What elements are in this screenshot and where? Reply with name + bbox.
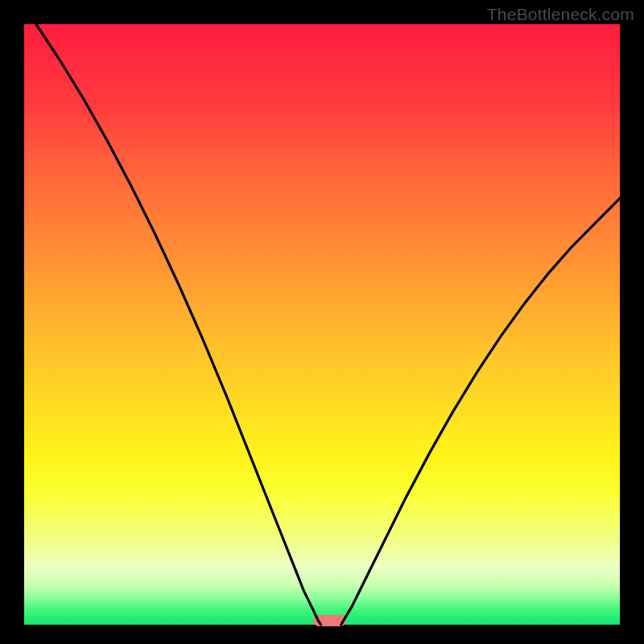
watermark-label: TheBottleneck.com [487,5,634,24]
bottleneck-chart: TheBottleneck.com [0,0,644,644]
plot-background [24,24,620,625]
chart-svg [0,0,644,644]
